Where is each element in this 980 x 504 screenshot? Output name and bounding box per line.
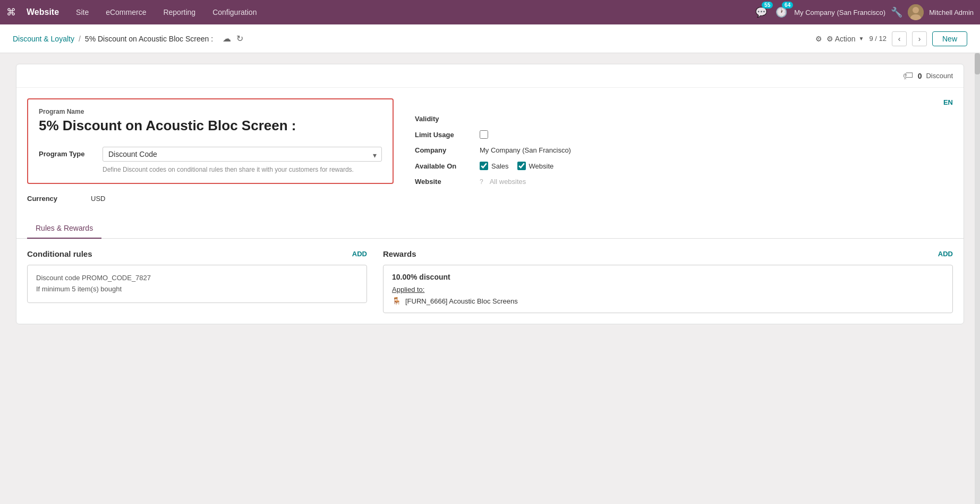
reward-title: 10.00% discount: [392, 273, 944, 281]
user-name: Mitchell Admin: [929, 9, 974, 16]
rewards-title: Rewards: [383, 249, 416, 258]
company-label: Company: [415, 146, 473, 154]
applied-to-label: Applied to:: [392, 285, 944, 293]
limit-usage-label: Limit Usage: [415, 131, 473, 139]
sales-checkbox[interactable]: [480, 162, 488, 170]
currency-value: USD: [91, 195, 105, 203]
validity-label: Validity: [415, 115, 473, 123]
website-row: Website ? All websites: [415, 178, 953, 186]
rewards-column: Rewards ADD 10.00% discount Applied to: …: [383, 249, 953, 313]
pagination-info: 9 / 12: [869, 35, 887, 43]
limit-usage-checkbox[interactable]: [480, 130, 488, 139]
add-reward-button[interactable]: ADD: [938, 250, 953, 258]
breadcrumb-bar: Discount & Loyalty / 5% Discount on Acou…: [0, 24, 980, 53]
form-right: EN Validity Limit Usage Company My Compa…: [410, 98, 953, 203]
sales-checkbox-wrap: Sales: [480, 162, 509, 170]
program-type-select[interactable]: Discount Code Loyalty Card Gift Card Cou…: [103, 147, 382, 162]
currency-row: Currency USD: [27, 195, 394, 203]
nav-site[interactable]: Site: [72, 6, 93, 19]
sales-label: Sales: [491, 162, 509, 170]
refresh-icon[interactable]: ↻: [235, 32, 244, 45]
clock-icon-wrap[interactable]: 🕐 64: [774, 5, 789, 20]
action-label: ⚙ Action: [826, 35, 856, 43]
program-name-label: Program Name: [39, 108, 382, 115]
scrollbar-thumb[interactable]: [975, 53, 980, 74]
breadcrumb-separator: /: [79, 35, 81, 43]
website-placeholder: All websites: [490, 178, 526, 186]
prev-page-button[interactable]: ‹: [892, 31, 907, 46]
help-icon[interactable]: ?: [480, 178, 483, 186]
rule-line-2: If minimum 5 item(s) bought: [36, 284, 358, 295]
discount-count: 0: [918, 72, 922, 80]
applied-to-item: 🪑 [FURN_6666] Acoustic Bloc Screens: [392, 297, 944, 305]
program-type-description: Define Discount codes on conditional rul…: [103, 165, 382, 174]
rule-line-1: Discount code PROMO_CODE_7827: [36, 273, 358, 284]
next-page-button[interactable]: ›: [912, 31, 927, 46]
website-field-label: Website: [415, 178, 473, 186]
form-left: Program Name Program Type Discount Code …: [27, 98, 410, 203]
product-icon: 🪑: [392, 297, 401, 305]
discount-label: Discount: [926, 72, 953, 80]
add-conditional-rule-button[interactable]: ADD: [352, 250, 367, 258]
form-area: Program Name Program Type Discount Code …: [16, 88, 964, 213]
chat-icon-wrap[interactable]: 💬 55: [754, 5, 769, 20]
applied-to-product: [FURN_6666] Acoustic Bloc Screens: [405, 297, 518, 305]
conditional-rule-item[interactable]: Discount code PROMO_CODE_7827 If minimum…: [27, 265, 367, 303]
top-navigation: ⌘ Website Site eCommerce Reporting Confi…: [0, 0, 980, 24]
conditional-rules-column: Conditional rules ADD Discount code PROM…: [27, 249, 367, 313]
nav-reporting[interactable]: Reporting: [159, 6, 200, 19]
website-label: Website: [529, 162, 554, 170]
limit-usage-row: Limit Usage: [415, 130, 953, 139]
dropdown-arrow-icon: ▼: [859, 36, 864, 41]
program-name-box: Program Name Program Type Discount Code …: [27, 98, 394, 184]
nav-ecommerce[interactable]: eCommerce: [101, 6, 150, 19]
validity-row: Validity: [415, 115, 953, 123]
app-name[interactable]: Website: [27, 7, 59, 17]
tabs-bar: Rules & Rewards: [16, 219, 964, 239]
discount-badge[interactable]: 🏷 0 Discount: [903, 70, 953, 82]
discount-badge-row: 🏷 0 Discount: [16, 64, 964, 88]
tag-icon: 🏷: [903, 70, 914, 82]
record-card: 🏷 0 Discount Program Name Program Type: [16, 64, 964, 324]
clock-badge: 64: [782, 2, 793, 9]
wrench-icon[interactable]: 🔧: [891, 6, 902, 18]
company-row: Company My Company (San Francisco): [415, 146, 953, 154]
conditional-rules-title: Conditional rules: [27, 249, 92, 258]
gear-icon: ⚙: [815, 35, 822, 43]
currency-label: Currency: [27, 195, 80, 203]
user-avatar[interactable]: [908, 4, 924, 20]
program-type-label: Program Type: [39, 147, 92, 158]
svg-point-1: [913, 7, 919, 13]
breadcrumb-current: 5% Discount on Acoustic Bloc Screen :: [85, 35, 213, 43]
website-checkbox-wrap: Website: [517, 162, 554, 170]
company-name: My Company (San Francisco): [794, 9, 885, 16]
company-value: My Company (San Francisco): [480, 146, 571, 154]
new-button[interactable]: New: [932, 31, 967, 46]
chat-badge: 55: [762, 2, 773, 9]
available-on-row: Available On Sales Website: [415, 162, 953, 170]
program-type-select-wrap[interactable]: Discount Code Loyalty Card Gift Card Cou…: [103, 147, 382, 162]
scrollbar-track[interactable]: [975, 53, 980, 504]
main-content: 🏷 0 Discount Program Name Program Type: [0, 53, 980, 504]
en-language-button[interactable]: EN: [415, 98, 953, 106]
program-name-input[interactable]: [39, 117, 382, 134]
breadcrumb-parent[interactable]: Discount & Loyalty: [13, 35, 74, 43]
tab-rules-rewards[interactable]: Rules & Rewards: [27, 219, 101, 239]
available-on-label: Available On: [415, 162, 473, 170]
app-grid-icon[interactable]: ⌘: [6, 6, 16, 18]
rules-rewards-section: Conditional rules ADD Discount code PROM…: [16, 239, 964, 324]
action-button[interactable]: ⚙ ⚙ Action ▼: [815, 35, 864, 43]
nav-configuration[interactable]: Configuration: [208, 6, 261, 19]
website-checkbox[interactable]: [517, 162, 526, 170]
reward-item[interactable]: 10.00% discount Applied to: 🪑 [FURN_6666…: [383, 265, 953, 313]
upload-icon[interactable]: ☁: [221, 32, 232, 45]
